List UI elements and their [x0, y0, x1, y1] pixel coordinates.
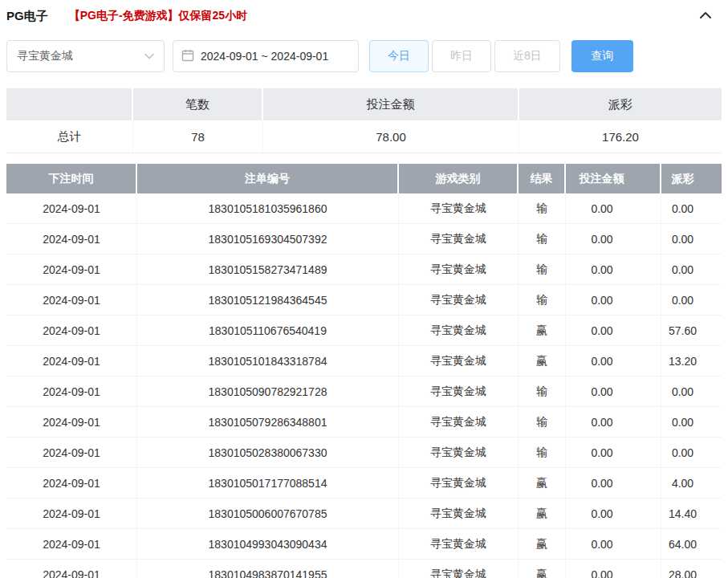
col-header-order-id: 注单编号	[137, 164, 399, 193]
cell-order-id: 1830105110676540419	[137, 315, 399, 345]
cell-payout: 0.00	[661, 285, 722, 315]
cell-result: 输	[519, 285, 566, 315]
cell-bet-time: 2024-09-01	[6, 285, 137, 315]
table-row: 2024-09-011830105121984364545寻宝黄金城输0.000…	[6, 285, 722, 315]
cell-order-id: 1830105090782921728	[137, 377, 399, 406]
cell-bet-time: 2024-09-01	[6, 346, 137, 376]
chevron-down-icon	[144, 53, 154, 59]
cell-game-type: 寻宝黄金城	[399, 224, 519, 254]
cell-bet-amount: 0.00	[566, 529, 661, 559]
cell-bet-amount: 0.00	[566, 254, 661, 284]
cell-game-type: 寻宝黄金城	[399, 407, 519, 437]
cell-order-id: 1830105181035961860	[137, 193, 399, 223]
cell-bet-time: 2024-09-01	[6, 468, 137, 498]
cell-order-id: 1830105006007670785	[137, 499, 399, 528]
cell-game-type: 寻宝黄金城	[399, 377, 519, 406]
cell-bet-amount: 0.00	[566, 224, 661, 254]
cell-payout: 0.00	[661, 254, 722, 284]
cell-bet-time: 2024-09-01	[6, 499, 137, 528]
quick-button-last-8-days[interactable]: 近8日	[494, 40, 560, 72]
table-row: 2024-09-011830105101843318784寻宝黄金城赢0.001…	[6, 346, 722, 377]
game-select-value: 寻宝黄金城	[17, 49, 73, 63]
cell-result: 输	[519, 254, 566, 284]
cell-bet-time: 2024-09-01	[6, 560, 137, 578]
cell-game-type: 寻宝黄金城	[399, 193, 519, 223]
table-row: 2024-09-011830104993043090434寻宝黄金城赢0.006…	[6, 529, 722, 560]
cell-game-type: 寻宝黄金城	[399, 468, 519, 498]
cell-bet-amount: 0.00	[566, 407, 661, 437]
cell-order-id: 1830105017177088514	[137, 468, 399, 498]
notice-text: 【PG电子-免费游戏】仅保留25小时	[69, 9, 247, 23]
cell-result: 输	[519, 377, 566, 406]
calendar-icon	[181, 49, 194, 64]
cell-bet-time: 2024-09-01	[6, 193, 137, 223]
summary-total-bet-amount: 78.00	[263, 120, 519, 153]
cell-bet-amount: 0.00	[566, 346, 661, 376]
filter-bar: 寻宝黄金城 2024-09-01 ~ 2024-09-01 今日 昨日 近8日 …	[6, 40, 722, 72]
cell-result: 输	[519, 407, 566, 437]
cell-order-id: 1830104983870141955	[137, 560, 399, 578]
summary-header-count: 笔数	[133, 88, 263, 120]
cell-bet-amount: 0.00	[566, 315, 661, 345]
cell-bet-amount: 0.00	[566, 193, 661, 223]
cell-payout: 14.40	[661, 499, 722, 528]
col-header-bet-time: 下注时间	[6, 164, 137, 193]
cell-payout: 57.60	[661, 315, 722, 345]
chevron-up-icon	[699, 9, 712, 23]
cell-result: 赢	[519, 529, 566, 559]
table-row: 2024-09-011830105006007670785寻宝黄金城赢0.001…	[6, 499, 722, 529]
records-table-header: 下注时间 注单编号 游戏类别 结果 投注金额 派彩	[6, 164, 722, 193]
records-table-body: 2024-09-011830105181035961860寻宝黄金城输0.000…	[6, 193, 722, 578]
quick-button-yesterday[interactable]: 昨日	[432, 40, 491, 72]
cell-payout: 4.00	[661, 468, 722, 498]
date-range-value: 2024-09-01 ~ 2024-09-01	[201, 50, 328, 63]
table-row: 2024-09-011830105181035961860寻宝黄金城输0.000…	[6, 193, 722, 224]
cell-payout: 0.00	[661, 224, 722, 254]
summary-total-row: 总计 78 78.00 176.20	[6, 120, 722, 153]
summary-header-bet-amount: 投注金额	[263, 88, 519, 120]
table-row: 2024-09-011830105158273471489寻宝黄金城输0.000…	[6, 254, 722, 285]
cell-game-type: 寻宝黄金城	[399, 499, 519, 528]
table-row: 2024-09-011830105079286348801寻宝黄金城输0.000…	[6, 407, 722, 438]
cell-bet-amount: 0.00	[566, 377, 661, 406]
summary-header-payout: 派彩	[519, 88, 722, 120]
col-header-result: 结果	[519, 164, 566, 193]
cell-payout: 0.00	[661, 193, 722, 223]
table-row: 2024-09-011830104983870141955寻宝黄金城赢0.002…	[6, 560, 722, 578]
game-select[interactable]: 寻宝黄金城	[6, 40, 165, 72]
cell-game-type: 寻宝黄金城	[399, 560, 519, 578]
records-table: 下注时间 注单编号 游戏类别 结果 投注金额 派彩 2024-09-011830…	[6, 164, 722, 578]
cell-order-id: 1830105028380067330	[137, 438, 399, 467]
cell-game-type: 寻宝黄金城	[399, 438, 519, 467]
cell-result: 赢	[519, 560, 566, 578]
cell-bet-amount: 0.00	[566, 285, 661, 315]
cell-order-id: 1830105158273471489	[137, 254, 399, 284]
date-range-input[interactable]: 2024-09-01 ~ 2024-09-01	[173, 40, 359, 72]
search-button[interactable]: 查询	[571, 40, 633, 72]
cell-result: 输	[519, 224, 566, 254]
table-row: 2024-09-011830105017177088514寻宝黄金城赢0.004…	[6, 468, 722, 499]
table-row: 2024-09-011830105028380067330寻宝黄金城输0.000…	[6, 438, 722, 468]
cell-payout: 0.00	[661, 407, 722, 437]
cell-bet-amount: 0.00	[566, 438, 661, 467]
summary-header-row: 笔数 投注金额 派彩	[6, 88, 722, 120]
collapse-panel-button[interactable]	[699, 9, 712, 23]
table-row: 2024-09-011830105090782921728寻宝黄金城输0.000…	[6, 377, 722, 407]
cell-bet-time: 2024-09-01	[6, 254, 137, 284]
table-row: 2024-09-011830105110676540419寻宝黄金城赢0.005…	[6, 315, 722, 346]
cell-result: 赢	[519, 315, 566, 345]
table-row: 2024-09-011830105169304507392寻宝黄金城输0.000…	[6, 224, 722, 254]
cell-order-id: 1830105169304507392	[137, 224, 399, 254]
cell-game-type: 寻宝黄金城	[399, 529, 519, 559]
col-header-game-type: 游戏类别	[399, 164, 519, 193]
cell-bet-time: 2024-09-01	[6, 224, 137, 254]
summary-total-label: 总计	[6, 120, 133, 153]
cell-result: 赢	[519, 468, 566, 498]
page-title: PG电子	[6, 9, 48, 24]
quick-button-today[interactable]: 今日	[369, 40, 429, 72]
col-header-payout: 派彩	[661, 164, 722, 193]
cell-bet-time: 2024-09-01	[6, 407, 137, 437]
summary-total-payout: 176.20	[519, 120, 722, 153]
summary-total-count: 78	[133, 120, 263, 153]
cell-game-type: 寻宝黄金城	[399, 346, 519, 376]
